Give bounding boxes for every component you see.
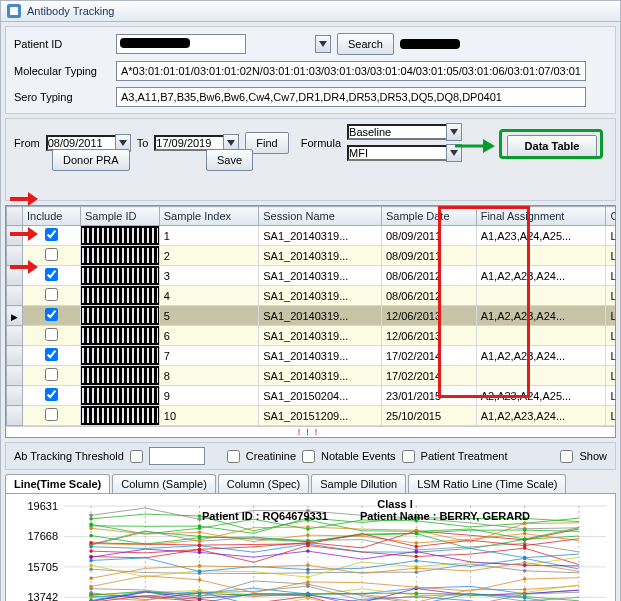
cell-final	[476, 366, 606, 386]
cell-final: A1,A2,A23,A24...	[476, 406, 606, 426]
cell-session: SA1_20151209...	[259, 406, 382, 426]
tab-3[interactable]: Sample Dilution	[311, 474, 406, 493]
column-header[interactable]: Sample Date	[381, 207, 476, 226]
cell-session: SA1_20140319...	[259, 266, 382, 286]
chevron-down-icon[interactable]	[446, 123, 462, 141]
sample-id-cell	[81, 306, 160, 326]
tab-2[interactable]: Column (Spec)	[218, 474, 309, 493]
cell-date: 08/06/2012	[381, 266, 476, 286]
patient-treatment-checkbox[interactable]	[402, 450, 415, 463]
column-header[interactable]: Sample ID	[81, 207, 160, 226]
svg-text:17668: 17668	[27, 530, 58, 542]
search-form: Patient ID Search Molecular Typing Sero …	[5, 26, 616, 114]
column-header[interactable]: Catalog ID	[606, 207, 615, 226]
cell-date: 12/06/2013	[381, 306, 476, 326]
cell-cat: LS1A04NC13_...	[606, 346, 615, 366]
tab-1[interactable]: Column (Sample)	[112, 474, 216, 493]
tab-4[interactable]: LSM Ratio Line (Time Scale)	[408, 474, 566, 493]
table-row[interactable]: 1SA1_20140319...08/09/2011A1,A23,A24,A25…	[7, 226, 616, 246]
cell-date: 08/09/2011	[381, 246, 476, 266]
table-row[interactable]: 10SA1_20151209...25/10/2015A1,A2,A23,A24…	[7, 406, 616, 426]
cell-date: 08/06/2012	[381, 286, 476, 306]
molecular-typing-field[interactable]	[116, 61, 586, 81]
column-header[interactable]: Final Assignment	[476, 207, 606, 226]
cell-date: 08/09/2011	[381, 226, 476, 246]
cell-cat: LS1A04NC13_...	[606, 226, 615, 246]
chevron-down-icon[interactable]	[315, 35, 331, 53]
sample-id-cell	[81, 366, 160, 386]
cell-cat: LS1A04NC14_...	[606, 386, 615, 406]
annotation-red-arrow	[10, 190, 38, 208]
window-title: Antibody Tracking	[27, 5, 114, 17]
cell-idx: 3	[159, 266, 259, 286]
cell-idx: 2	[159, 246, 259, 266]
tab-0[interactable]: Line(Time Scale)	[5, 474, 110, 493]
include-checkbox[interactable]	[45, 288, 58, 301]
sample-id-cell	[81, 386, 160, 406]
table-row[interactable]: ▶5SA1_20140319...12/06/2013A1,A2,A23,A24…	[7, 306, 616, 326]
creatinine-checkbox[interactable]	[227, 450, 240, 463]
svg-text:19631: 19631	[27, 500, 58, 512]
threshold-label: Ab Tracking Threshold	[14, 450, 124, 462]
cell-session: SA1_20140319...	[259, 226, 382, 246]
redacted-text	[400, 39, 460, 49]
table-row[interactable]: 7SA1_20140319...17/02/2014A1,A2,A23,A24.…	[7, 346, 616, 366]
column-header[interactable]: Sample Index	[159, 207, 259, 226]
include-checkbox[interactable]	[45, 328, 58, 341]
donor-pra-button[interactable]: Donor PRA	[52, 149, 130, 171]
include-checkbox[interactable]	[45, 348, 58, 361]
cell-final	[476, 246, 606, 266]
svg-text:Class I: Class I	[377, 498, 412, 510]
sero-typing-field[interactable]	[116, 87, 586, 107]
cell-final: A1,A23,A24,A25...	[476, 226, 606, 246]
cell-final: A1,A2,A23,A24...	[476, 306, 606, 326]
column-header[interactable]: Session Name	[259, 207, 382, 226]
cell-idx: 1	[159, 226, 259, 246]
include-checkbox[interactable]	[45, 308, 58, 321]
threshold-checkbox[interactable]	[130, 450, 143, 463]
formula-select-1[interactable]	[347, 124, 447, 140]
formula-select-2[interactable]	[347, 145, 447, 161]
cell-cat: LS1A04NC12_...	[606, 246, 615, 266]
chart-area: 196311766815705137421177998167852Class I…	[5, 493, 616, 601]
include-checkbox[interactable]	[45, 248, 58, 261]
cell-cat: LS1A04NC13_...	[606, 306, 615, 326]
table-row[interactable]: 9SA1_20150204...23/01/2015A2,A23,A24,A25…	[7, 386, 616, 406]
cell-final: A2,A23,A24,A25...	[476, 386, 606, 406]
include-checkbox[interactable]	[45, 268, 58, 281]
table-row[interactable]: 8SA1_20140319...17/02/2014LS1A04NC12_...	[7, 366, 616, 386]
data-table-button[interactable]: Data Table	[507, 135, 597, 157]
column-header[interactable]: Include	[23, 207, 81, 226]
search-button[interactable]: Search	[337, 33, 394, 55]
show-checkbox[interactable]	[560, 450, 573, 463]
svg-text:Patient Name : BERRY, GERARD: Patient Name : BERRY, GERARD	[360, 510, 530, 522]
patient-treatment-label: Patient Treatment	[421, 450, 508, 462]
save-button[interactable]: Save	[206, 149, 253, 171]
table-row[interactable]: 4SA1_20140319...08/06/2012LS1A04NC12_...	[7, 286, 616, 306]
notable-events-checkbox[interactable]	[302, 450, 315, 463]
table-row[interactable]: 6SA1_20140319...12/06/2013LS1A04NC12_...	[7, 326, 616, 346]
table-row[interactable]: 3SA1_20140319...08/06/2012A1,A2,A23,A24.…	[7, 266, 616, 286]
sero-typing-label: Sero Typing	[14, 91, 110, 103]
cell-session: SA1_20140319...	[259, 326, 382, 346]
sample-id-cell	[81, 326, 160, 346]
sample-id-cell	[81, 226, 160, 246]
include-checkbox[interactable]	[45, 388, 58, 401]
threshold-bar: Ab Tracking Threshold Creatinine Notable…	[5, 442, 616, 470]
cell-idx: 4	[159, 286, 259, 306]
include-checkbox[interactable]	[45, 228, 58, 241]
window-titlebar: Antibody Tracking	[1, 1, 620, 22]
include-checkbox[interactable]	[45, 408, 58, 421]
filter-bar: From To Find Formula Donor PRA Save Data…	[5, 118, 616, 201]
include-checkbox[interactable]	[45, 368, 58, 381]
svg-text:15705: 15705	[27, 561, 58, 573]
sample-id-cell	[81, 346, 160, 366]
chevron-down-icon[interactable]	[446, 144, 462, 162]
app-icon	[7, 4, 21, 18]
cell-final	[476, 326, 606, 346]
cell-date: 25/10/2015	[381, 406, 476, 426]
cell-cat: LS1A04NC12_...	[606, 326, 615, 346]
threshold-value-input[interactable]	[149, 447, 205, 465]
table-row[interactable]: 2SA1_20140319...08/09/2011LS1A04NC12_...	[7, 246, 616, 266]
cell-session: SA1_20150204...	[259, 386, 382, 406]
